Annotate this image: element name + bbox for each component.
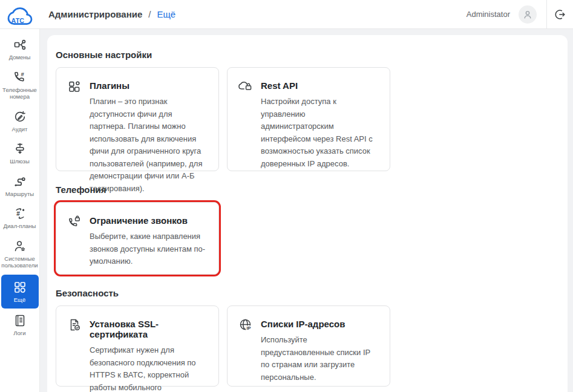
- sidebar-item-phone-numbers[interactable]: # Телефонные номера: [1, 67, 39, 105]
- sidebar-item-gateways[interactable]: Шлюзы: [1, 138, 39, 169]
- sidebar-item-label: Логи: [13, 330, 25, 337]
- sidebar-item-routes[interactable]: Маршруты: [1, 171, 39, 202]
- call-restriction-icon: [67, 214, 82, 229]
- card-body: Списки IP-адресов Используйте предустано…: [261, 318, 379, 386]
- breadcrumb-current[interactable]: Ещё: [157, 9, 176, 19]
- more-grid-icon: [13, 280, 27, 295]
- sidebar-item-dial-plans[interactable]: # Диал-планы: [1, 203, 39, 234]
- svg-text:АТС: АТС: [11, 17, 24, 24]
- card-description: Настройки доступа к управлению администр…: [261, 96, 379, 170]
- system-users-icon: [13, 239, 27, 253]
- plugins-icon: [67, 79, 82, 94]
- card-description: Выберите, какие направления звонков дост…: [90, 230, 208, 268]
- sidebar: Домены # Телефонные номера Аудит: [0, 29, 40, 392]
- ip-lists-icon: IP: [238, 318, 253, 332]
- cloud-logo-icon: АТС: [7, 3, 33, 26]
- sidebar-item-system-users[interactable]: Системные пользователи: [1, 235, 39, 273]
- card-ip-lists[interactable]: IP Списки IP-адресов Используйте предуст…: [227, 305, 390, 387]
- gateways-icon: [13, 142, 27, 156]
- rest-api-icon: [238, 79, 253, 94]
- card-body: Установка SSL-сертификата Сертификат нуж…: [90, 318, 208, 386]
- card-body: Rest API Настройки доступа к управлению …: [261, 79, 379, 171]
- avatar[interactable]: [519, 5, 537, 24]
- card-ssl-certificate[interactable]: Установка SSL-сертификата Сертификат нуж…: [56, 305, 219, 387]
- breadcrumb-separator: /: [148, 9, 151, 19]
- sidebar-item-domains[interactable]: Домены: [1, 34, 39, 65]
- card-rest-api[interactable]: Rest API Настройки доступа к управлению …: [227, 67, 390, 171]
- ssl-certificate-icon: [67, 318, 82, 332]
- audit-icon: [13, 109, 27, 124]
- logs-icon: [13, 313, 27, 328]
- user-name: Administator: [467, 10, 510, 19]
- card-body: Плагины Плагин – это признак доступности…: [90, 79, 208, 171]
- card-body: Ограничение звонков Выберите, какие напр…: [90, 214, 208, 274]
- section-title-general: Основные настройки: [56, 50, 559, 60]
- sidebar-item-label: Диал-планы: [4, 223, 36, 230]
- routes-icon: [13, 174, 27, 189]
- card-description: Сертификат нужен для безопасного подключ…: [90, 344, 208, 392]
- breadcrumb-parent[interactable]: Администрирование: [48, 9, 142, 19]
- domains-icon: [13, 38, 27, 52]
- card-title: Ограничение звонков: [90, 215, 208, 226]
- sidebar-item-label: Шлюзы: [10, 158, 30, 165]
- svg-text:IP: IP: [246, 325, 250, 331]
- sidebar-item-label: Маршруты: [5, 191, 34, 198]
- app-logo[interactable]: АТС: [0, 0, 40, 29]
- phone-numbers-icon: #: [13, 70, 27, 85]
- card-plugins[interactable]: Плагины Плагин – это признак доступности…: [56, 67, 219, 171]
- svg-text:#: #: [16, 211, 20, 217]
- sidebar-item-label: Телефонные номера: [2, 87, 38, 100]
- card-call-restriction[interactable]: Ограничение звонков Выберите, какие напр…: [56, 202, 219, 275]
- section-title-security: Безопасность: [56, 288, 559, 298]
- card-title: Установка SSL-сертификата: [90, 319, 208, 339]
- sidebar-item-logs[interactable]: Логи: [1, 310, 39, 341]
- header-right: Administator: [467, 0, 573, 28]
- dial-plans-icon: #: [13, 206, 27, 221]
- sidebar-item-audit[interactable]: Аудит: [1, 106, 39, 137]
- card-title: Списки IP-адресов: [261, 319, 379, 329]
- logout-button[interactable]: [547, 0, 573, 29]
- card-description: Используйте предустановленные списки IP …: [261, 334, 379, 384]
- sidebar-item-label: Системные пользователи: [1, 255, 38, 269]
- sidebar-item-label: Ещё: [14, 296, 25, 304]
- cards-row-security: Установка SSL-сертификата Сертификат нуж…: [56, 305, 559, 387]
- card-description: Плагин – это признак доступности фичи дл…: [90, 96, 208, 195]
- cards-row-telephony: Ограничение звонков Выберите, какие напр…: [56, 202, 559, 275]
- cards-row-general: Плагины Плагин – это признак доступности…: [56, 67, 559, 171]
- card-title: Плагины: [90, 80, 208, 91]
- svg-text:#: #: [21, 70, 24, 77]
- breadcrumb: Администрирование / Ещё: [48, 9, 175, 19]
- sidebar-item-label: Аудит: [12, 126, 28, 133]
- card-title: Rest API: [261, 80, 379, 91]
- sidebar-item-label: Домены: [9, 54, 31, 61]
- top-header: АТС Администрирование / Ещё Administator: [0, 0, 573, 29]
- main-panel: Основные настройки Плагины Плагин – это …: [47, 35, 568, 392]
- user-icon: [522, 8, 534, 21]
- logout-icon: [554, 8, 567, 21]
- sidebar-item-more[interactable]: Ещё: [1, 275, 39, 309]
